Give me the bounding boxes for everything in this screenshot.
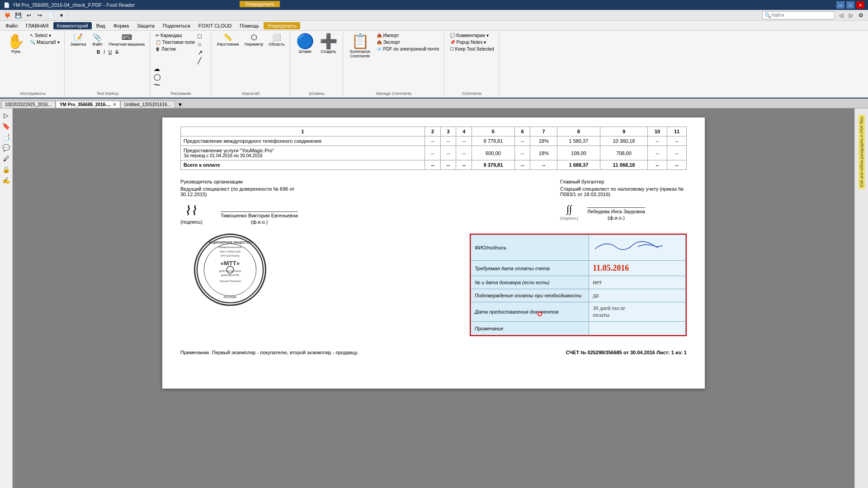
tab-1-close[interactable]: ✕ (113, 102, 116, 107)
svg-text:ДОКУМЕНТОВ: ДОКУМЕНТОВ (221, 274, 239, 277)
bf-value-2: нет (589, 276, 686, 289)
menu-foxit[interactable]: FOXIT CLOUD (195, 22, 236, 29)
new-btn[interactable]: 📄 (46, 11, 55, 19)
nav-comments-btn[interactable]: 💬 (1, 143, 11, 153)
underline-btn[interactable]: U (107, 49, 113, 55)
undo-btn[interactable]: ↩ (24, 11, 33, 19)
blue-row-3: Подтверждение оплаты при необходимости д… (471, 289, 686, 302)
textbox-btn[interactable]: 📋 Текстовое поле (154, 39, 197, 45)
tab-scroll[interactable]: ▾ (177, 101, 184, 108)
save-btn[interactable]: 💾 (14, 11, 23, 19)
tab-0[interactable]: 100203322925_2016... (1, 101, 56, 108)
menu-comment[interactable]: Комментарий (53, 22, 92, 29)
row0-c2: -- (425, 136, 441, 146)
perimeter-btn[interactable]: ⬡ Периметр (242, 33, 266, 48)
hand-tool-btn[interactable]: ✋ Рука (5, 33, 27, 55)
footer-note: Примечание. Первый экземпляр - покупател… (180, 350, 359, 355)
menu-home[interactable]: ГЛАВНАЯ (22, 22, 52, 29)
bold-btn[interactable]: B (95, 49, 101, 55)
import-btn[interactable]: 📥 Импорт (375, 33, 441, 38)
maximize-button[interactable]: □ (846, 1, 854, 9)
menu-protect[interactable]: Защита (133, 22, 158, 29)
pencil-btn[interactable]: ✏ Карандаш (154, 33, 197, 38)
search-next[interactable]: ▷ (846, 11, 855, 19)
nav-bookmarks-btn[interactable]: 🔖 (1, 121, 11, 131)
qa-dropdown[interactable]: ▾ (57, 11, 66, 19)
select-label: Select (35, 33, 47, 38)
col-9: 9 (600, 127, 647, 136)
nav-pages-btn[interactable]: ▷ (1, 110, 11, 120)
redo-btn[interactable]: ↪ (35, 11, 44, 19)
nav-annot-btn[interactable]: 🖊 (1, 154, 11, 164)
email-pdf-btn[interactable]: 📧 PDF по электронной почте (375, 46, 441, 52)
nav-layers-btn[interactable]: 📑 (1, 132, 11, 142)
measure-buttons: 📏 Расстояние ⬡ Периметр ⬜ Область (215, 33, 287, 48)
oval-tool[interactable]: ◯ (154, 73, 161, 80)
distance-btn[interactable]: 📏 Расстояние (215, 33, 241, 48)
keep-tool-btn[interactable]: ☐ Keep Tool Selected (448, 46, 496, 52)
bf-value-5 (589, 322, 686, 335)
highlight-btn[interactable]: Упорядочить (240, 1, 280, 7)
sig-left-name: Тимошенко Виктория Евгеньевна (221, 211, 298, 218)
export-btn[interactable]: 📤 Экспорт (375, 39, 441, 45)
bf-label-5: Примечание (471, 322, 589, 335)
col-1: 1 (181, 127, 425, 136)
table-row-total: Всего к оплате -- -- -- 9 379,81 -- -- 1… (181, 160, 687, 170)
comments-panel-btn[interactable]: 💬 Комментарии ▾ (448, 33, 496, 38)
strikethrough-btn[interactable]: S (114, 49, 120, 55)
summarize-icon: 📋 (351, 34, 369, 48)
title-bar: 📄 YM Pro_356685_2016-04_check_F.PDF - Fo… (0, 0, 868, 10)
create-stamp-btn[interactable]: ➕ Создать (317, 33, 340, 55)
typewriter-btn[interactable]: ⌨ Печатная машинка (106, 33, 147, 48)
search-input[interactable] (771, 13, 826, 18)
arrow-tool[interactable]: ↗ (198, 49, 203, 56)
minimize-button[interactable]: — (836, 1, 844, 9)
row1-c10: -- (648, 146, 667, 160)
note-btn[interactable]: 📝 Заметка (68, 33, 89, 48)
blue-row-5: Примечание (471, 322, 686, 335)
eraser-btn[interactable]: 🗑 Ластик (154, 46, 197, 52)
menu-share[interactable]: Поделиться (159, 22, 194, 29)
tab-1[interactable]: YM Pro_356685_2016-... ✕ (56, 101, 120, 108)
cloud-tool[interactable]: ☁ (154, 65, 161, 72)
tab-2[interactable]: Untitled_1205201616... (120, 101, 175, 108)
search-options[interactable]: ⚙ (856, 11, 865, 19)
zoom-btn[interactable]: 🔍 Масштаб ▾ (28, 39, 61, 45)
right-panel-note[interactable]: Edit and reflow paragraphs in PDF files (859, 115, 865, 189)
file-label: Файл (92, 42, 102, 47)
nav-sign-btn[interactable]: ✍ (1, 175, 11, 185)
file-btn[interactable]: 📎 Файл (89, 33, 105, 48)
bf-value-3: да (589, 289, 686, 302)
area-btn[interactable]: ⬜ Область (266, 33, 287, 48)
popup-dropdown[interactable]: ▾ (484, 40, 486, 45)
signature-section: Руководитель организации Ведущий специал… (180, 179, 687, 225)
total-c4: -- (456, 160, 472, 170)
close-button[interactable]: ✕ (856, 1, 864, 9)
ribbon-content: ✋ Рука ↖ Select ▾ 🔍 Масштаб ▾ Инс (0, 31, 868, 98)
select-dropdown[interactable]: ▾ (49, 33, 51, 38)
italic-btn[interactable]: I (102, 49, 106, 55)
tab-bar: 100203322925_2016... YM Pro_356685_2016-… (0, 99, 868, 108)
select-btn[interactable]: ↖ Select ▾ (28, 33, 61, 38)
summarize-comments-btn[interactable]: 📋 SummarizeComments (347, 33, 374, 60)
circle-tool[interactable]: ○ (198, 41, 203, 48)
popup-notes-btn[interactable]: 📌 Popup Notes ▾ (448, 39, 496, 45)
menu-organize[interactable]: Упорядочить (264, 22, 300, 29)
menu-help[interactable]: Помощь (236, 22, 263, 29)
zoom-dropdown[interactable]: ▾ (57, 40, 60, 45)
nav-lock-btn[interactable]: 🔒 (1, 164, 11, 174)
pdf-area[interactable]: 1 2 3 4 5 6 7 8 9 10 11 Пред (13, 108, 854, 488)
resize-handle[interactable] (538, 312, 542, 316)
comments-dropdown[interactable]: ▾ (486, 33, 489, 38)
stamp-btn[interactable]: 🔵 Штамп (294, 33, 316, 55)
rect-tool[interactable]: □ (198, 33, 203, 40)
menu-form[interactable]: Форма (110, 22, 132, 29)
menu-file[interactable]: Файл (2, 22, 21, 29)
menu-view[interactable]: Вид (93, 22, 109, 29)
line-tool[interactable]: ╱ (198, 57, 203, 64)
search-box[interactable]: 🔍 (762, 11, 835, 19)
zoom-icon: 🔍 (30, 40, 35, 45)
row1-c6: -- (514, 146, 530, 160)
curve-tool[interactable]: 〜 (154, 81, 161, 89)
search-prev[interactable]: ◁ (836, 11, 845, 19)
